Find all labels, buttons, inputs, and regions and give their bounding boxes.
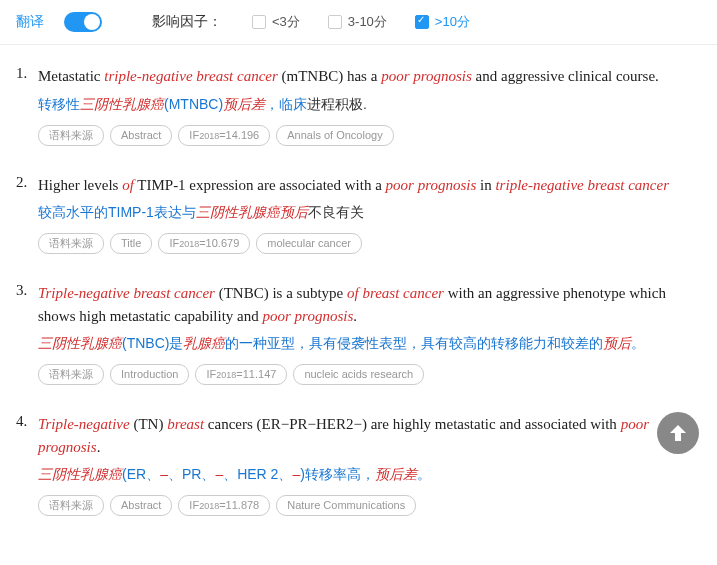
tag[interactable]: nucleic acids research: [293, 364, 424, 385]
translation-segment: 。: [417, 466, 431, 482]
plain-text: Metastatic: [38, 68, 104, 84]
filter-option[interactable]: >10分: [415, 13, 470, 31]
tag-row: 语料来源AbstractIF2018=11.878Nature Communic…: [38, 495, 701, 516]
filter-option[interactable]: 3-10分: [328, 13, 387, 31]
result-sentence: Triple-negative (TN) breast cancers (ER−…: [38, 413, 701, 458]
tag[interactable]: IF2018=10.679: [158, 233, 250, 254]
result-number: 1.: [16, 65, 38, 146]
translation-segment: 预后: [603, 335, 631, 351]
tag[interactable]: 语料来源: [38, 125, 104, 146]
translation-segment: 三阴性乳腺癌预后: [196, 204, 308, 220]
translation-segment: 三阴性乳腺癌: [38, 466, 122, 482]
result-sentence: Triple-negative breast cancer (TNBC) is …: [38, 282, 701, 327]
results-list: 1.Metastatic triple-negative breast canc…: [0, 45, 717, 554]
tag[interactable]: IF2018=11.147: [195, 364, 287, 385]
highlight-text: poor prognosis: [386, 177, 477, 193]
filter-group: <3分3-10分>10分: [242, 13, 470, 31]
translation-segment: 、PR、: [168, 466, 215, 482]
checkbox-icon[interactable]: [252, 15, 266, 29]
plain-text: Higher levels: [38, 177, 122, 193]
result-translation: 三阴性乳腺癌(TNBC)是乳腺癌的一种亚型，具有侵袭性表型，具有较高的转移能力和…: [38, 333, 701, 354]
result-item: 2.Higher levels of TIMP-1 expression are…: [16, 174, 701, 255]
translation-segment: 三阴性乳腺癌: [80, 96, 164, 112]
tag[interactable]: Title: [110, 233, 152, 254]
tag[interactable]: IF2018=14.196: [178, 125, 270, 146]
translation-segment: 预后差: [223, 96, 265, 112]
translation-segment: 三阴性乳腺癌: [38, 335, 122, 351]
highlight-text: Triple-negative breast cancer: [38, 285, 215, 301]
result-item: 1.Metastatic triple-negative breast canc…: [16, 65, 701, 146]
scroll-top-button[interactable]: [657, 412, 699, 454]
highlight-text: of: [122, 177, 134, 193]
checkbox-icon[interactable]: [328, 15, 342, 29]
highlight-text: Triple-negative: [38, 416, 130, 432]
tag[interactable]: IF2018=11.878: [178, 495, 270, 516]
translation-segment: 转移性: [38, 96, 80, 112]
result-item: 3.Triple-negative breast cancer (TNBC) i…: [16, 282, 701, 385]
tag[interactable]: Nature Communications: [276, 495, 416, 516]
result-content: Triple-negative (TN) breast cancers (ER−…: [38, 413, 701, 516]
plain-text: cancers (ER−PR−HER2−) are highly metasta…: [204, 416, 621, 432]
result-translation: 转移性三阴性乳腺癌(MTNBC)预后差，临床进程积极.: [38, 94, 701, 115]
result-content: Metastatic triple-negative breast cancer…: [38, 65, 701, 146]
plain-text: (TN): [130, 416, 168, 432]
result-content: Triple-negative breast cancer (TNBC) is …: [38, 282, 701, 385]
result-number: 4.: [16, 413, 38, 516]
result-content: Higher levels of TIMP-1 expression are a…: [38, 174, 701, 255]
highlight-text: poor prognosis: [263, 308, 354, 324]
result-item: 4.Triple-negative (TN) breast cancers (E…: [16, 413, 701, 516]
plain-text: (mTNBC) has a: [278, 68, 381, 84]
translation-segment: 乳腺癌: [183, 335, 225, 351]
translate-toggle[interactable]: [64, 12, 102, 32]
highlight-text: of breast cancer: [347, 285, 444, 301]
result-sentence: Metastatic triple-negative breast cancer…: [38, 65, 701, 88]
highlight-text: triple-negative breast cancer: [495, 177, 669, 193]
tag[interactable]: 语料来源: [38, 233, 104, 254]
tag-row: 语料来源IntroductionIF2018=11.147nucleic aci…: [38, 364, 701, 385]
result-translation: 三阴性乳腺癌(ER、–、PR、–、HER 2、–)转移率高，预后差。: [38, 464, 701, 485]
tag[interactable]: molecular cancer: [256, 233, 362, 254]
result-sentence: Higher levels of TIMP-1 expression are a…: [38, 174, 701, 197]
filter-header: 翻译 影响因子： <3分3-10分>10分: [0, 0, 717, 45]
translation-segment: (ER、: [122, 466, 160, 482]
translation-segment: 进程积极.: [307, 96, 367, 112]
translation-segment: 不良有关: [308, 204, 364, 220]
filter-label: 3-10分: [348, 13, 387, 31]
highlight-text: breast: [167, 416, 204, 432]
highlight-text: poor prognosis: [381, 68, 472, 84]
filter-option[interactable]: <3分: [252, 13, 300, 31]
result-translation: 较高水平的TIMP-1表达与三阴性乳腺癌预后不良有关: [38, 202, 701, 223]
filter-label: >10分: [435, 13, 470, 31]
arrow-up-icon: [666, 421, 690, 445]
tag-row: 语料来源AbstractIF2018=14.196Annals of Oncol…: [38, 125, 701, 146]
tag[interactable]: 语料来源: [38, 364, 104, 385]
plain-text: and aggressive clinical course.: [472, 68, 659, 84]
result-number: 2.: [16, 174, 38, 255]
translation-segment: (TNBC)是: [122, 335, 183, 351]
translation-segment: (MTNBC): [164, 96, 223, 112]
translation-segment: 、HER 2、: [223, 466, 292, 482]
tag[interactable]: Abstract: [110, 125, 172, 146]
checkbox-icon[interactable]: [415, 15, 429, 29]
translation-segment: –: [215, 466, 223, 482]
plain-text: .: [97, 439, 101, 455]
plain-text: .: [353, 308, 357, 324]
translation-segment: –: [160, 466, 168, 482]
translation-segment: 。: [631, 335, 645, 351]
plain-text: TIMP-1 expression are associated with a: [134, 177, 386, 193]
translate-label: 翻译: [16, 13, 44, 31]
result-number: 3.: [16, 282, 38, 385]
translation-segment: )转移率高，: [300, 466, 375, 482]
translation-segment: 较高水平的TIMP-1表达与: [38, 204, 196, 220]
translation-segment: 的一种亚型，具有侵袭性表型，具有较高的转移能力和较差的: [225, 335, 603, 351]
factor-label: 影响因子：: [152, 13, 222, 31]
tag[interactable]: Abstract: [110, 495, 172, 516]
tag[interactable]: Introduction: [110, 364, 189, 385]
translation-segment: ，临床: [265, 96, 307, 112]
highlight-text: triple-negative breast cancer: [104, 68, 278, 84]
plain-text: (TNBC) is a subtype: [215, 285, 347, 301]
tag[interactable]: 语料来源: [38, 495, 104, 516]
tag-row: 语料来源TitleIF2018=10.679molecular cancer: [38, 233, 701, 254]
tag[interactable]: Annals of Oncology: [276, 125, 393, 146]
filter-label: <3分: [272, 13, 300, 31]
